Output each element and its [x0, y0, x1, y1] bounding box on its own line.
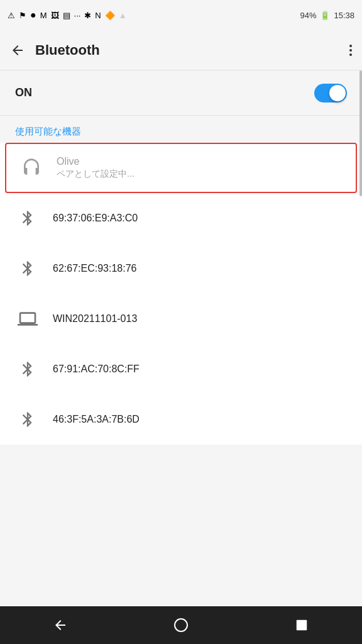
dot3: [349, 53, 352, 56]
device-name-bt4: 46:3F:5A:3A:7B:6D: [53, 414, 347, 425]
page-title: Bluetooth: [35, 42, 349, 58]
device-item-bt4[interactable]: 46:3F:5A:3A:7B:6D: [0, 394, 362, 445]
headphones-icon: [19, 155, 44, 180]
battery-percent: 94%: [300, 11, 316, 20]
bluetooth-icon-bt1: [15, 206, 40, 231]
gallery-icon: 🖼: [51, 11, 59, 20]
more-icon: ···: [74, 11, 81, 20]
dot2: [349, 49, 352, 52]
dot1: [349, 45, 352, 47]
bottom-nav: [0, 606, 362, 644]
device-name-bt1: 69:37:06:E9:A3:C0: [53, 213, 347, 224]
clock: 15:38: [334, 11, 354, 20]
alert-icon: ⚠: [8, 11, 15, 20]
device-info-bt4: 46:3F:5A:3A:7B:6D: [53, 414, 347, 425]
laptop-icon: [15, 306, 40, 331]
status-bar: ⚠ ⚑ ● M 🖼 ▤ ··· ✱ N 🔶 ▲ 94% 🔋 15:38: [0, 0, 362, 30]
svg-rect-1: [297, 620, 307, 631]
wifi-icon: 🔶: [105, 11, 115, 20]
scroll-indicator: [359, 70, 362, 196]
status-bar-right: 94% 🔋 15:38: [300, 11, 354, 20]
recent-nav-button[interactable]: [289, 613, 314, 638]
app-bar: Bluetooth: [0, 30, 362, 70]
back-button[interactable]: [10, 43, 25, 58]
device-list: Olive ペアとして設定中... 69:37:06:E9:A3:C0 62:6…: [0, 143, 362, 445]
bluetooth-icon-bt2: [15, 256, 40, 281]
device-name-olive: Olive: [57, 156, 343, 167]
gmail-icon: M: [40, 11, 47, 20]
back-nav-button[interactable]: [48, 613, 73, 638]
signal-icon: ▲: [119, 11, 127, 20]
device-status-olive: ペアとして設定中...: [57, 169, 343, 180]
section-header: 使用可能な機器: [0, 116, 362, 143]
status-bar-left: ⚠ ⚑ ● M 🖼 ▤ ··· ✱ N 🔶 ▲: [8, 9, 127, 21]
device-name-bt3: 67:91:AC:70:8C:FF: [53, 364, 347, 375]
bluetooth-icon-bt4: [15, 407, 40, 432]
device-item-bt3[interactable]: 67:91:AC:70:8C:FF: [0, 344, 362, 394]
bluetooth-toggle[interactable]: [314, 84, 347, 103]
bluetooth-toggle-row: ON: [0, 70, 362, 116]
device-info-olive: Olive ペアとして設定中...: [57, 156, 343, 180]
svg-point-0: [175, 619, 187, 631]
toggle-label: ON: [15, 86, 32, 99]
device-item-olive[interactable]: Olive ペアとして設定中...: [5, 143, 357, 193]
device-info-bt1: 69:37:06:E9:A3:C0: [53, 213, 347, 224]
bluetooth-icon-bt3: [15, 357, 40, 382]
device-info-bt2: 62:67:EC:93:18:76: [53, 263, 347, 274]
device-info-bt3: 67:91:AC:70:8C:FF: [53, 364, 347, 375]
sim-icon: ▤: [63, 11, 70, 20]
device-item-bt2[interactable]: 62:67:EC:93:18:76: [0, 243, 362, 294]
home-nav-button[interactable]: [168, 613, 194, 638]
battery-icon: 🔋: [320, 11, 330, 20]
location-icon: ⚑: [19, 11, 26, 20]
device-name-bt2: 62:67:EC:93:18:76: [53, 263, 347, 274]
device-item-bt1[interactable]: 69:37:06:E9:A3:C0: [0, 193, 362, 243]
more-options-button[interactable]: [349, 45, 352, 56]
bluetooth-status-icon: ✱: [84, 11, 91, 20]
device-info-laptop: WIN20211101-013: [53, 313, 347, 325]
device-item-laptop[interactable]: WIN20211101-013: [0, 294, 362, 344]
circle-icon: ●: [30, 9, 36, 21]
device-name-laptop: WIN20211101-013: [53, 313, 347, 325]
nfc-icon: N: [95, 11, 101, 20]
